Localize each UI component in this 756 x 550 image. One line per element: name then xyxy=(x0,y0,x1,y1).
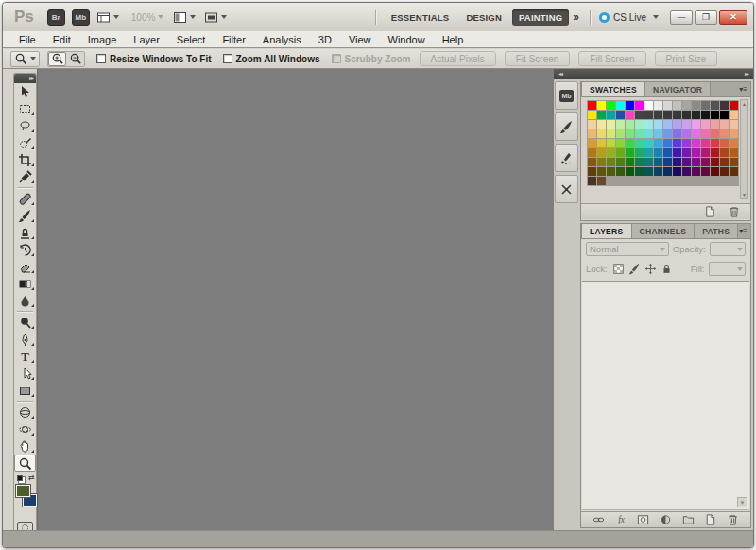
link-layers-button[interactable] xyxy=(591,513,607,526)
layers-list[interactable]: ▼ xyxy=(582,281,749,510)
swatch[interactable] xyxy=(692,158,700,166)
brush-presets-panel-button[interactable] xyxy=(555,144,578,172)
swatch[interactable] xyxy=(635,139,644,147)
swatch[interactable] xyxy=(720,111,729,119)
type-tool[interactable]: T xyxy=(14,348,36,365)
swatch[interactable] xyxy=(720,120,729,129)
zoom-out-button[interactable] xyxy=(66,52,84,66)
swatch[interactable] xyxy=(673,148,681,157)
checkbox-zoom-all-windows[interactable]: Zoom All Windows xyxy=(223,54,320,64)
swatch[interactable] xyxy=(673,111,681,119)
swatch[interactable] xyxy=(607,129,615,138)
lock-all-button[interactable] xyxy=(660,263,674,276)
swatch[interactable] xyxy=(720,139,729,147)
swatch[interactable] xyxy=(616,129,625,138)
swatch[interactable] xyxy=(635,167,644,176)
menu-3d[interactable]: 3D xyxy=(310,33,340,46)
brush-tool[interactable] xyxy=(14,207,36,224)
swatch[interactable] xyxy=(711,167,719,176)
swatch[interactable] xyxy=(597,139,606,147)
swatch[interactable] xyxy=(720,101,729,110)
swatch[interactable] xyxy=(701,158,710,166)
swatch[interactable] xyxy=(682,120,691,129)
layer-style-button[interactable]: fx xyxy=(613,513,629,526)
clone-stamp-tool[interactable] xyxy=(14,224,36,241)
swatch[interactable] xyxy=(720,167,729,176)
scroll-down-icon[interactable]: ▼ xyxy=(741,191,747,198)
panel-tab-navigator[interactable]: NAVIGATOR xyxy=(645,82,711,96)
swatch[interactable] xyxy=(635,148,644,157)
menu-select[interactable]: Select xyxy=(168,33,215,46)
minimize-button[interactable]: — xyxy=(670,10,693,25)
menu-layer[interactable]: Layer xyxy=(125,33,168,46)
scroll-down-icon[interactable]: ▼ xyxy=(737,497,747,507)
add-layer-mask-button[interactable] xyxy=(635,513,651,526)
swatch[interactable] xyxy=(607,101,615,110)
delete-layer-button[interactable] xyxy=(725,513,741,526)
launch-bridge-button[interactable]: Br xyxy=(47,9,65,26)
swatch[interactable] xyxy=(730,167,738,176)
rectangular-marquee-tool[interactable] xyxy=(14,100,36,117)
panel-menu-icon[interactable]: ▾≡ xyxy=(739,85,747,94)
delete-swatch-button[interactable] xyxy=(726,205,743,218)
launch-mini-bridge-button[interactable]: Mb xyxy=(72,9,90,26)
swatch[interactable] xyxy=(654,139,662,147)
swatch[interactable] xyxy=(720,129,729,138)
swatch[interactable] xyxy=(701,101,710,110)
swatch[interactable] xyxy=(663,129,672,138)
brush-panel-button[interactable] xyxy=(555,112,578,141)
swatch[interactable] xyxy=(673,158,681,166)
swatch[interactable] xyxy=(616,148,625,157)
rectangle-tool[interactable] xyxy=(14,382,36,399)
collapse-panels-button[interactable]: ▸▸ xyxy=(745,70,748,79)
swatch[interactable] xyxy=(597,177,606,185)
swatch[interactable] xyxy=(616,167,625,176)
swatch[interactable] xyxy=(635,158,644,166)
swatch[interactable] xyxy=(588,167,596,176)
swatch[interactable] xyxy=(701,139,710,147)
menu-edit[interactable]: Edit xyxy=(44,33,79,46)
workspace-design[interactable]: DESIGN xyxy=(459,9,508,26)
screen-mode-button[interactable] xyxy=(204,10,227,25)
lock-transparency-button[interactable] xyxy=(611,263,626,276)
menu-filter[interactable]: Filter xyxy=(214,33,253,46)
swatch[interactable] xyxy=(588,177,596,185)
swatch[interactable] xyxy=(711,158,719,166)
swatch[interactable] xyxy=(711,148,719,157)
swatch[interactable] xyxy=(616,101,625,110)
swatch[interactable] xyxy=(654,101,662,110)
swatch[interactable] xyxy=(720,148,729,157)
swatch[interactable] xyxy=(626,111,634,119)
new-swatch-button[interactable] xyxy=(701,205,718,218)
swatch[interactable] xyxy=(644,167,653,176)
restore-button[interactable]: ❐ xyxy=(695,10,717,25)
swatch[interactable] xyxy=(673,129,681,138)
swatch[interactable] xyxy=(588,120,596,129)
swatch[interactable] xyxy=(588,101,596,110)
dodge-tool[interactable] xyxy=(14,314,36,331)
swatch[interactable] xyxy=(663,101,672,110)
blur-tool[interactable] xyxy=(14,292,36,309)
opacity-field[interactable] xyxy=(710,242,746,256)
workspace-overflow-button[interactable]: » xyxy=(569,10,581,24)
swatch[interactable] xyxy=(635,129,644,138)
swatch[interactable] xyxy=(730,148,738,157)
gradient-tool[interactable] xyxy=(14,275,36,292)
swatch[interactable] xyxy=(663,139,672,147)
cs-live-button[interactable]: CS Live xyxy=(599,12,659,23)
default-colors-icon[interactable] xyxy=(17,475,23,481)
swatch[interactable] xyxy=(663,148,672,157)
swatch[interactable] xyxy=(654,129,662,138)
lasso-tool[interactable] xyxy=(14,117,36,134)
swatch[interactable] xyxy=(682,139,691,147)
swatch[interactable] xyxy=(654,148,662,157)
workspace-painting[interactable]: PAINTING xyxy=(512,9,569,26)
swatch[interactable] xyxy=(692,139,700,147)
swatch[interactable] xyxy=(635,101,644,110)
collapse-tools-button[interactable]: ▸▸ xyxy=(14,74,36,83)
swatch[interactable] xyxy=(654,167,662,176)
swatch[interactable] xyxy=(692,120,700,129)
swatches-scrollbar[interactable]: ▲ ▼ xyxy=(740,99,748,199)
swatch[interactable] xyxy=(654,111,662,119)
swatch[interactable] xyxy=(597,101,606,110)
